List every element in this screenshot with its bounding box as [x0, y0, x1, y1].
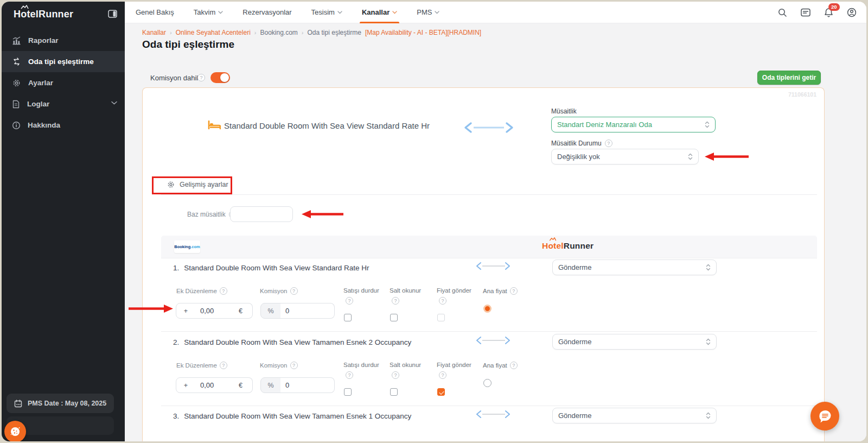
nav-takvim[interactable]: Takvim: [194, 2, 223, 23]
send-mode-select[interactable]: Gönderme: [552, 408, 717, 423]
help-icon[interactable]: [510, 287, 518, 295]
breadcrumb-separator: ›: [254, 29, 257, 36]
fetch-room-types-button[interactable]: Oda tiplerini getir: [757, 71, 821, 85]
breadcrumb-online-seyahat-acenteleri[interactable]: Online Seyahat Acenteleri: [176, 29, 251, 36]
sidebar-item-label: Hakkında: [28, 121, 60, 129]
select-updown-icon: [688, 153, 693, 160]
chevron-down-icon: [218, 11, 223, 14]
cookie-icon: [9, 426, 21, 438]
availability-status-selected-value: Değişiklik yok: [557, 153, 688, 161]
nav-kanallar[interactable]: Kanallar: [362, 2, 397, 23]
advanced-settings-toggle[interactable]: Gelişmiş ayarlar: [167, 181, 228, 188]
help-icon[interactable]: [220, 362, 227, 369]
breadcrumb-kanallar[interactable]: Kanallar: [142, 29, 166, 36]
main-price-radio[interactable]: [483, 305, 492, 313]
messages-icon[interactable]: [801, 8, 810, 17]
logo-runner-text: Runner: [39, 9, 73, 20]
help-icon[interactable]: [290, 362, 298, 369]
availability-select[interactable]: Standart Deniz Manzaralı Oda: [551, 117, 716, 132]
booking-logo: Booking.com: [174, 241, 200, 253]
search-icon[interactable]: [778, 8, 787, 17]
stop-sale-label: Satışı durdur: [343, 287, 379, 294]
stop-sale-checkbox[interactable]: [344, 314, 352, 321]
send-price-label: Fiyat gönder: [437, 287, 471, 294]
room-mapping-card: 711066101 Standard Double Room With Sea …: [142, 87, 825, 441]
help-icon[interactable]: [346, 371, 353, 379]
mapping-arrow-icon: [464, 122, 514, 134]
rate-row-name: 1.Standard Double Room With Sea View Sta…: [173, 264, 369, 272]
stop-sale-checkbox[interactable]: [344, 388, 352, 396]
pms-date-chip: PMS Date : May 08, 2025: [7, 394, 114, 413]
sidebar-item-ayarlar[interactable]: Ayarlar: [2, 72, 125, 93]
sidebar-item-raporlar[interactable]: Raporlar: [2, 30, 125, 51]
sidebar-item-hakkinda[interactable]: Hakkında: [2, 115, 125, 136]
nav-label: Takvim: [194, 8, 215, 16]
adjustment-label: Ek Düzenleme: [176, 362, 227, 369]
hotelrunner-logo: HotelRunner: [542, 241, 593, 251]
booking-logo-text: Booking: [174, 244, 190, 249]
help-icon[interactable]: [346, 297, 353, 305]
help-icon[interactable]: [392, 297, 399, 305]
help-icon[interactable]: [439, 297, 446, 305]
live-chat-button[interactable]: [810, 402, 839, 431]
chevron-down-icon: [392, 11, 397, 14]
help-icon[interactable]: [290, 287, 298, 295]
top-navigation: Genel Bakış Takvim Rezervasyonlar Tesisi…: [125, 2, 866, 23]
nav-pms[interactable]: PMS: [417, 2, 439, 23]
commission-value-input[interactable]: [280, 303, 335, 319]
nav-tesisim[interactable]: Tesisim: [311, 2, 342, 23]
commission-toggle[interactable]: [210, 72, 230, 83]
send-price-checkbox[interactable]: [437, 314, 445, 321]
help-icon[interactable]: [197, 74, 205, 81]
breadcrumb-separator: ›: [170, 29, 172, 36]
adjust-sign-select[interactable]: +: [176, 377, 196, 393]
help-icon[interactable]: [392, 371, 399, 379]
rate-table-header: Booking.com HotelRunner: [161, 236, 817, 258]
send-mode-select[interactable]: Gönderme: [552, 334, 717, 350]
availability-label: Müsaitlik: [551, 107, 577, 115]
row-index: 1.: [173, 264, 179, 272]
sidebar-item-loglar[interactable]: Loglar: [2, 93, 125, 115]
cookie-settings-button[interactable]: [4, 421, 26, 441]
availability-status-select[interactable]: Değişiklik yok: [551, 149, 699, 164]
gear-icon: [167, 181, 175, 188]
send-mode-select[interactable]: Gönderme: [552, 260, 717, 275]
nav-genel-bakis[interactable]: Genel Bakış: [136, 2, 174, 23]
adjust-value-input[interactable]: [195, 377, 229, 393]
adjust-currency-select[interactable]: €: [229, 377, 253, 393]
nav-rezervasyonlar[interactable]: Rezervasyonlar: [242, 2, 291, 23]
availability-selected-value: Standart Deniz Manzaralı Oda: [557, 121, 705, 129]
adjust-value-input[interactable]: [195, 303, 229, 319]
adjust-sign-select[interactable]: +: [176, 303, 196, 319]
commission-prefix: %: [260, 377, 281, 393]
help-icon[interactable]: [439, 371, 446, 379]
commission-value-input[interactable]: [280, 377, 335, 393]
select-updown-icon: [706, 412, 711, 419]
room-mapping-icon: [12, 58, 21, 66]
help-icon[interactable]: [510, 362, 518, 369]
read-only-label: Salt okunur: [390, 287, 421, 294]
notifications-bell-icon[interactable]: 20: [824, 8, 833, 17]
main-price-radio[interactable]: [483, 379, 492, 387]
row-index: 2.: [173, 338, 179, 346]
adjust-currency-select[interactable]: €: [229, 303, 253, 319]
calendar-icon: [14, 400, 22, 408]
read-only-checkbox[interactable]: [390, 314, 398, 321]
stop-sale-label: Satışı durdur: [343, 362, 379, 368]
logo-runner-text: Runner: [564, 241, 593, 250]
sidebar-item-label: Oda tipi eşleştirme: [28, 58, 94, 66]
account-icon[interactable]: [847, 8, 857, 17]
breadcrumb-separator: ›: [302, 29, 304, 36]
sidebar-item-oda-tipi-eslestirme[interactable]: Oda tipi eşleştirme: [2, 51, 125, 72]
sidebar-collapse-icon[interactable]: [108, 10, 117, 20]
advanced-settings-label: Gelişmiş ayarlar: [180, 181, 228, 188]
help-icon[interactable]: [605, 140, 612, 147]
help-icon[interactable]: [220, 287, 227, 295]
base-availability-input[interactable]: [230, 206, 293, 222]
row-room-name: Standard Double Room With Sea View Stand…: [184, 264, 369, 272]
read-only-checkbox[interactable]: [390, 388, 398, 396]
app-window: HotelRunner Raporlar Oda tipi eşleştirme…: [2, 2, 866, 441]
send-price-checkbox[interactable]: [437, 388, 445, 396]
send-mode-value: Gönderme: [558, 412, 706, 420]
nav-label: Tesisim: [311, 8, 335, 16]
